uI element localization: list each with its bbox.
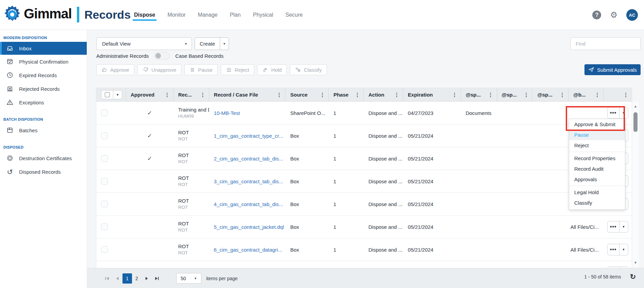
nav-tab-secure[interactable]: Secure <box>285 2 303 28</box>
view-select-dropdown[interactable]: Default View ▼ <box>96 37 192 50</box>
row-actions-split-button[interactable]: •••▼ <box>607 107 628 119</box>
help-icon[interactable]: ? <box>592 11 601 19</box>
scroll-down-icon[interactable]: ▼ <box>632 259 639 266</box>
create-dropdown-arrow[interactable]: ▼ <box>220 38 229 50</box>
sidebar-item-inbox[interactable]: Inbox <box>0 42 87 55</box>
pause-button[interactable]: Pause <box>184 64 218 75</box>
submit-approvals-button[interactable]: Submit Approvals <box>584 64 641 75</box>
menu-item-classify[interactable]: Classify <box>569 198 625 208</box>
row-checkbox[interactable] <box>101 155 108 162</box>
menu-item-approvals[interactable]: Approvals <box>569 174 625 185</box>
nav-tab-physical[interactable]: Physical <box>252 2 274 28</box>
record-link[interactable]: 1_cim_gas_contract_type_cr... <box>214 133 283 139</box>
column-header-sp1[interactable]: @sp...⋮ <box>461 88 497 101</box>
row-checkbox[interactable] <box>101 132 108 139</box>
sidebar-item-destruction-certificates[interactable]: Destruction Certificates <box>0 151 87 165</box>
ellipsis-icon[interactable]: ••• <box>608 107 620 118</box>
next-page-button[interactable] <box>142 273 152 284</box>
sidebar-item-expired-records[interactable]: Expired Records <box>0 68 87 82</box>
nav-tab-plan[interactable]: Plan <box>229 2 241 28</box>
column-header-approved[interactable]: Approved⋮ <box>126 88 174 101</box>
table-vertical-scrollbar[interactable]: ▲ ▼ <box>632 101 639 268</box>
record-link[interactable]: 10-MB-Test <box>214 110 240 116</box>
row-checkbox[interactable] <box>101 178 108 185</box>
menu-item-approve-submit[interactable]: Approve & Submit <box>569 119 625 130</box>
row-menu-arrow[interactable]: ▼ <box>620 107 628 118</box>
page-size-select[interactable]: 50 ▼ <box>176 273 201 284</box>
sidebar-item-rejected-records[interactable]: Rejected Records <box>0 82 87 96</box>
reject-button[interactable]: Reject <box>221 64 254 75</box>
column-menu-icon[interactable]: ⋮ <box>394 92 399 98</box>
record-link[interactable]: 3_cim_gas_contract_tab_dis... <box>214 179 283 184</box>
approve-button[interactable]: Approve <box>96 64 134 75</box>
page-number-1[interactable]: 1 <box>122 273 132 284</box>
sidebar-item-physical-confirmation[interactable]: Physical Confirmation <box>0 55 87 68</box>
column-menu-icon[interactable]: ⋮ <box>488 92 493 98</box>
column-header-actions[interactable]: ⋮ <box>604 88 632 101</box>
row-checkbox[interactable] <box>101 223 108 230</box>
sidebar-item-batches[interactable]: Batches <box>0 123 87 137</box>
records-mode-toggle[interactable] <box>154 52 170 60</box>
column-header-action[interactable]: Action⋮ <box>364 88 403 101</box>
menu-item-record-audit[interactable]: Record Audit <box>569 164 625 174</box>
column-header-sp2[interactable]: @sp...⋮ <box>497 88 533 101</box>
settings-gear-icon[interactable]: ⚙ <box>610 11 617 19</box>
record-link[interactable]: 2_cim_gas_contract_tab_dis... <box>214 156 283 162</box>
row-actions-split-button[interactable]: •••▼ <box>607 244 628 255</box>
column-menu-icon[interactable]: ⋮ <box>595 92 600 98</box>
nav-tab-manage[interactable]: Manage <box>197 2 218 28</box>
page-number-2[interactable]: 2 <box>132 273 142 284</box>
column-header-rec[interactable]: Rec...⋮ <box>174 88 209 101</box>
column-menu-icon[interactable]: ⋮ <box>452 92 457 98</box>
create-button-label[interactable]: Create <box>195 38 220 50</box>
select-all-checkbox[interactable] <box>101 90 113 99</box>
menu-item-reject[interactable]: Reject <box>569 140 625 151</box>
column-menu-icon[interactable]: ⋮ <box>200 92 205 98</box>
column-header-record-case-file[interactable]: Record / Case File⋮ <box>209 88 286 101</box>
row-menu-arrow[interactable]: ▼ <box>620 221 628 232</box>
scrollbar-thumb[interactable] <box>633 112 638 132</box>
first-page-button[interactable] <box>102 273 112 284</box>
nav-tab-dispose[interactable]: Dispose <box>133 2 156 28</box>
refresh-icon[interactable]: ↻ <box>630 273 636 280</box>
user-avatar[interactable]: AC <box>626 9 638 21</box>
column-menu-icon[interactable]: ⋮ <box>560 92 565 98</box>
record-link[interactable]: 5_cim_gas_contract_jacket.dql <box>214 224 284 230</box>
ellipsis-icon[interactable]: ••• <box>608 221 620 232</box>
select-menu-arrow[interactable]: ▼ <box>113 90 122 99</box>
column-menu-icon[interactable]: ⋮ <box>524 92 529 98</box>
scroll-up-icon[interactable]: ▲ <box>632 103 639 109</box>
record-link[interactable]: 4_cim_gas_contract_tab_dis... <box>214 201 283 207</box>
select-all-split-button[interactable]: ▼ <box>101 90 122 99</box>
row-checkbox[interactable] <box>101 109 108 116</box>
ellipsis-icon[interactable]: ••• <box>608 244 620 255</box>
sidebar-item-disposed-records[interactable]: ↺ Disposed Records <box>0 165 87 179</box>
column-menu-icon[interactable]: ⋮ <box>623 92 628 98</box>
column-menu-icon[interactable]: ⋮ <box>320 92 325 98</box>
menu-item-record-properties[interactable]: Record Properties <box>569 153 625 164</box>
record-link[interactable]: 6_cim_gas_contract_datagri... <box>214 247 282 253</box>
last-page-button[interactable] <box>152 273 162 284</box>
row-menu-arrow[interactable]: ▼ <box>620 244 628 255</box>
column-header-phase[interactable]: Phase⋮ <box>329 88 364 101</box>
create-split-button[interactable]: Create ▼ <box>195 37 229 50</box>
hold-button[interactable]: Hold <box>257 64 287 75</box>
column-menu-icon[interactable]: ⋮ <box>165 92 170 98</box>
column-header-source[interactable]: Source⋮ <box>285 88 329 101</box>
previous-page-button[interactable] <box>112 273 122 284</box>
column-header-sp3[interactable]: @sp...⋮ <box>532 88 568 101</box>
row-checkbox[interactable] <box>101 246 108 253</box>
column-menu-icon[interactable]: ⋮ <box>355 92 360 98</box>
row-checkbox[interactable] <box>101 201 108 207</box>
menu-item-legal-hold[interactable]: Legal Hold <box>569 187 625 198</box>
column-header-b[interactable]: @b...⋮ <box>568 88 604 101</box>
classify-button[interactable]: Classify <box>290 64 327 75</box>
unapprove-button[interactable]: Unapprove <box>137 64 181 75</box>
menu-item-pause[interactable]: Pause <box>569 130 625 140</box>
nav-tab-monitor[interactable]: Monitor <box>167 2 186 28</box>
row-actions-split-button[interactable]: •••▼ <box>607 221 628 233</box>
sidebar-item-exceptions[interactable]: Exceptions <box>0 96 87 109</box>
column-header-expiration[interactable]: Expiration⋮ <box>403 88 461 101</box>
column-menu-icon[interactable]: ⋮ <box>277 92 282 98</box>
find-input[interactable] <box>571 37 641 50</box>
